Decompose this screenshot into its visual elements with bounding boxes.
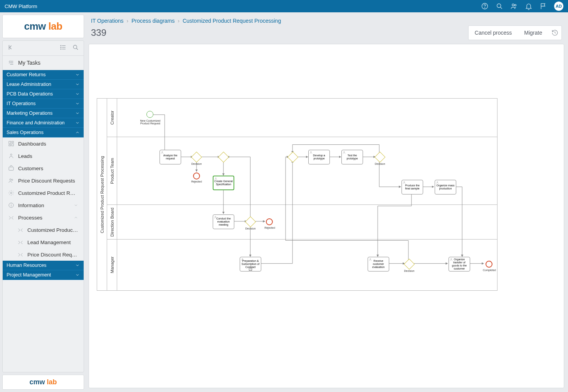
app-title: CMW Platform <box>5 3 481 9</box>
chevron-down-icon <box>75 273 80 277</box>
gateway-label: Decision <box>243 227 258 230</box>
svg-rect-19 <box>12 144 13 146</box>
process-icon <box>17 227 24 233</box>
task-organize-transfer[interactable]: Organize transfer of goods to the custom… <box>449 257 470 271</box>
user-task-icon <box>309 151 313 154</box>
history-icon[interactable] <box>551 29 558 36</box>
nav-group-pcb-data[interactable]: PCB Data Operations <box>3 89 84 99</box>
task-prep-contract[interactable]: Preparation & Subscription of Contract <box>240 257 261 271</box>
nav-item-information[interactable]: Information <box>3 199 84 211</box>
sidebar: cmw lab My Tasks Customer Returns Lease … <box>0 12 86 392</box>
svg-point-21 <box>10 154 12 156</box>
bell-icon[interactable] <box>525 2 533 10</box>
task-develop-proto[interactable]: Develop a prototype <box>308 150 330 164</box>
page-actions: Cancel process Migrate <box>468 25 562 40</box>
nav-group-lease-admin[interactable]: Lease Administration <box>3 80 84 89</box>
nav-group-marketing[interactable]: Marketing Operations <box>3 109 84 118</box>
task-organize-mass[interactable]: Organize mass production <box>435 180 456 194</box>
discount-icon <box>8 178 14 184</box>
collapse-sidebar-icon[interactable] <box>7 44 14 52</box>
user-task-icon <box>403 181 406 184</box>
cancel-process-button[interactable]: Cancel process <box>469 27 518 39</box>
gateway-label: Decision <box>372 162 388 165</box>
help-icon[interactable] <box>481 2 489 10</box>
my-tasks[interactable]: My Tasks <box>3 56 84 70</box>
topbar: CMW Platform AD <box>0 0 568 12</box>
chevron-down-icon <box>75 92 80 96</box>
nav-group-project-mgmt[interactable]: Project Management <box>3 270 84 280</box>
process-icon <box>17 239 24 245</box>
nav-sub-lead-mgmt[interactable]: Lead Management <box>3 236 84 248</box>
leads-icon <box>8 153 14 159</box>
users-icon[interactable] <box>510 2 518 10</box>
svg-line-3 <box>501 7 502 9</box>
svg-rect-17 <box>9 141 11 144</box>
nav-group-sales[interactable]: Sales Operations <box>3 128 84 137</box>
user-task-icon <box>450 258 453 261</box>
chevron-down-icon <box>75 111 80 116</box>
avatar[interactable]: AD <box>554 2 563 11</box>
pool-title: Customized Product Request Processing <box>97 99 107 290</box>
lane-product-team: Product Team <box>107 137 497 205</box>
search-icon[interactable] <box>496 2 503 10</box>
migrate-button[interactable]: Migrate <box>519 27 548 39</box>
diagram-canvas[interactable]: Customized Product Request Processing Cr… <box>89 44 564 388</box>
chevron-up-icon <box>74 215 78 220</box>
nav-item-dashboards[interactable]: Dashboards <box>3 137 84 150</box>
page-header: 339 Cancel process Migrate <box>89 25 564 44</box>
nav-group-it-ops[interactable]: IT Operations <box>3 99 84 109</box>
end-event-rejected-1[interactable] <box>193 173 200 179</box>
breadcrumb-link[interactable]: Process diagrams <box>131 18 175 24</box>
svg-point-25 <box>10 192 12 194</box>
svg-rect-18 <box>12 141 13 142</box>
nav-item-custom-product[interactable]: Customized Product Reque… <box>3 187 84 199</box>
chevron-down-icon <box>75 121 80 125</box>
svg-point-23 <box>10 179 11 180</box>
end-event-rejected-2[interactable] <box>266 218 273 225</box>
lane-creator: Creator <box>107 99 497 137</box>
nav-sub-custom-product[interactable]: Customized Product R… <box>3 224 84 236</box>
task-create-spec[interactable]: Create General Specification <box>213 176 234 190</box>
nav-sub-price-disc[interactable]: Price Discount Reques… <box>3 248 84 261</box>
nav-item-discounts[interactable]: Price Discount Requests <box>3 174 84 187</box>
flag-icon[interactable] <box>539 2 547 10</box>
svg-point-4 <box>512 4 514 6</box>
nav-group-finance[interactable]: Finance and Administration <box>3 118 84 128</box>
start-event[interactable] <box>146 111 153 118</box>
svg-point-28 <box>11 204 12 204</box>
task-test-proto[interactable]: Test the prototype <box>341 150 363 164</box>
gear-icon <box>8 190 14 196</box>
start-event-label: New Customized Product Request <box>139 119 162 125</box>
search-sidebar-icon[interactable] <box>72 44 79 51</box>
nav-group-customer-returns[interactable]: Customer Returns <box>3 70 84 80</box>
task-receive-eval[interactable]: Receive customer evaluation <box>368 257 389 271</box>
end-event-completed[interactable] <box>486 261 492 268</box>
svg-point-54 <box>451 258 452 260</box>
svg-rect-20 <box>9 145 11 146</box>
tasks-icon <box>8 60 14 66</box>
list-icon[interactable] <box>60 44 67 51</box>
task-analyze[interactable]: Analyze the request <box>160 150 181 164</box>
end-event-label: Completed <box>478 269 501 271</box>
chevron-down-icon <box>75 72 80 77</box>
user-task-icon <box>369 258 372 261</box>
breadcrumb-link[interactable]: IT Operations <box>91 18 124 24</box>
user-task-icon <box>343 151 346 154</box>
nav-group-hr[interactable]: Human Resources <box>3 261 84 270</box>
nav-item-processes[interactable]: Processes <box>3 211 84 224</box>
subprocess-icon <box>249 268 252 271</box>
nav-item-customers[interactable]: Customers <box>3 162 84 174</box>
svg-point-48 <box>344 151 345 152</box>
svg-point-51 <box>215 216 216 217</box>
svg-point-52 <box>242 258 243 260</box>
footer-logo: cmw lab <box>2 375 84 390</box>
breadcrumb-link[interactable]: Customized Product Request Processing <box>183 18 281 24</box>
end-event-label: Rejected <box>258 226 281 229</box>
task-conduct-eval[interactable]: Conduct the evaluation meeting <box>213 214 234 229</box>
svg-point-10 <box>60 47 61 48</box>
chevron-down-icon <box>75 101 80 106</box>
user-task-icon <box>241 258 244 261</box>
customers-icon <box>8 165 14 171</box>
task-produce-sample[interactable]: Produce the final sample <box>402 180 423 194</box>
nav-item-leads[interactable]: Leads <box>3 150 84 162</box>
